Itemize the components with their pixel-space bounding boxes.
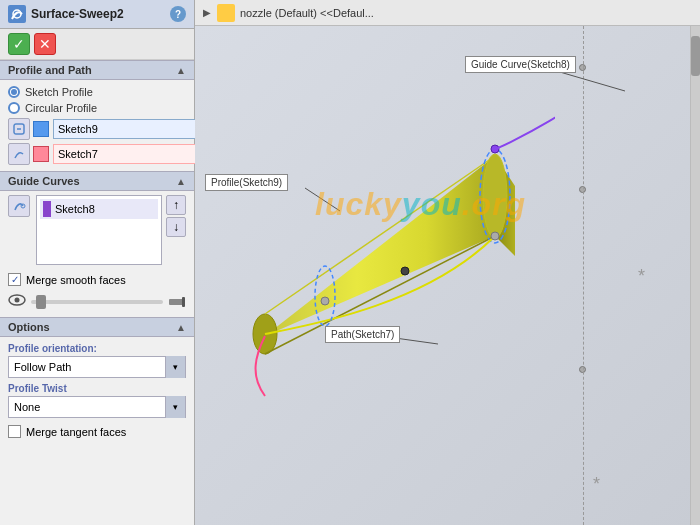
sketch9-row bbox=[33, 119, 201, 139]
slider-right-icon[interactable] bbox=[168, 295, 186, 309]
guide-down-btn[interactable]: ↓ bbox=[166, 217, 186, 237]
profile-callout-text: Profile(Sketch9) bbox=[211, 177, 282, 188]
eye-svg bbox=[8, 293, 26, 307]
ok-cancel-row: ✓ ✕ bbox=[0, 29, 194, 60]
options-section-header[interactable]: Options ▲ bbox=[0, 317, 194, 337]
cone-svg bbox=[245, 56, 555, 406]
ok-button[interactable]: ✓ bbox=[8, 33, 30, 55]
expand-icon[interactable]: ▶ bbox=[203, 7, 211, 18]
profile-btn-icon bbox=[12, 122, 26, 136]
panel-title: Surface-Sweep2 bbox=[31, 7, 124, 21]
follow-path-arrow[interactable]: ▾ bbox=[165, 356, 185, 378]
sketch9-color-icon bbox=[33, 121, 49, 137]
guide-curves-header[interactable]: Guide Curves ▲ bbox=[0, 171, 194, 191]
sketch9-container bbox=[8, 118, 186, 140]
guide-add-icon bbox=[12, 199, 26, 213]
svg-point-4 bbox=[15, 298, 20, 303]
path-callout-text: Path(Sketch7) bbox=[331, 329, 394, 340]
side-icon-col2 bbox=[8, 143, 30, 165]
viewport-3d: luckyyou.org bbox=[195, 26, 700, 525]
svg-marker-7 bbox=[265, 156, 495, 336]
options-label: Options bbox=[8, 321, 50, 333]
follow-path-value: Follow Path bbox=[9, 359, 165, 375]
viewport-topbar: ▶ nozzle (Default) <<Defaul... bbox=[195, 0, 700, 26]
vertical-guide-line bbox=[583, 26, 584, 525]
guide-curves-label: Guide Curves bbox=[8, 175, 80, 187]
guide-sketch8-label: Sketch8 bbox=[55, 203, 95, 215]
profile-path-label: Profile and Path bbox=[8, 64, 92, 76]
guide-add-btn[interactable] bbox=[8, 195, 30, 217]
profile-path-body: Sketch Profile Circular Profile bbox=[0, 80, 194, 171]
sketch7-color-icon bbox=[33, 146, 49, 162]
sketch7-row bbox=[33, 144, 201, 164]
path-callout: Path(Sketch7) bbox=[325, 326, 400, 343]
help-icon[interactable]: ? bbox=[170, 6, 186, 22]
scrollbar-thumb[interactable] bbox=[691, 36, 700, 76]
guide-list: Sketch8 bbox=[36, 195, 162, 265]
circular-profile-radio[interactable] bbox=[8, 102, 20, 114]
profile-path-arrow: ▲ bbox=[176, 65, 186, 76]
panel-icon bbox=[8, 5, 26, 23]
svg-point-12 bbox=[483, 154, 507, 238]
sketch7-container bbox=[8, 143, 186, 165]
none-arrow[interactable]: ▾ bbox=[165, 396, 185, 418]
merge-tangent-row: Merge tangent faces bbox=[8, 423, 186, 440]
merge-tangent-checkbox[interactable] bbox=[8, 425, 21, 438]
slider-thumb[interactable] bbox=[36, 295, 46, 309]
profile-orientation-label: Profile orientation: bbox=[8, 343, 186, 354]
sketch7-input[interactable] bbox=[53, 144, 201, 164]
right-scrollbar[interactable] bbox=[690, 26, 700, 525]
svg-rect-6 bbox=[182, 297, 185, 307]
profile-path-section-header[interactable]: Profile and Path ▲ bbox=[0, 60, 194, 80]
cancel-button[interactable]: ✕ bbox=[34, 33, 56, 55]
svg-point-16 bbox=[321, 297, 329, 305]
follow-path-dropdown[interactable]: Follow Path ▾ bbox=[8, 356, 186, 378]
guide-color-bar bbox=[43, 201, 51, 217]
guide-curve-callout: Guide Curve(Sketch8) bbox=[465, 56, 576, 73]
panel-header-left: Surface-Sweep2 bbox=[8, 5, 124, 23]
guide-curves-arrow: ▲ bbox=[176, 176, 186, 187]
asterisk-1: * bbox=[638, 266, 645, 287]
circular-profile-label: Circular Profile bbox=[25, 102, 97, 114]
breadcrumb-text: nozzle (Default) <<Defaul... bbox=[240, 7, 374, 19]
circular-profile-row[interactable]: Circular Profile bbox=[8, 102, 186, 114]
profile-callout: Profile(Sketch9) bbox=[205, 174, 288, 191]
svg-point-15 bbox=[491, 232, 499, 240]
slider-container bbox=[0, 290, 194, 317]
guide-right-btns: ↑ ↓ bbox=[166, 195, 186, 265]
opacity-slider[interactable] bbox=[31, 300, 163, 304]
guide-section-body: Sketch8 ↑ ↓ bbox=[0, 191, 194, 269]
options-body: Profile orientation: Follow Path ▾ Profi… bbox=[0, 337, 194, 446]
breadcrumb-icon bbox=[217, 4, 235, 22]
side-icon-col bbox=[8, 118, 30, 140]
path-btn-icon bbox=[12, 147, 26, 161]
sketch-profile-row[interactable]: Sketch Profile bbox=[8, 86, 186, 98]
profile-icon-btn[interactable] bbox=[8, 118, 30, 140]
sketch-profile-label: Sketch Profile bbox=[25, 86, 93, 98]
guide-side-icons bbox=[8, 195, 30, 265]
svg-line-19 bbox=[553, 70, 625, 91]
merge-smooth-label: Merge smooth faces bbox=[26, 274, 126, 286]
none-value: None bbox=[9, 399, 165, 415]
sketch-profile-radio[interactable] bbox=[8, 86, 20, 98]
options-arrow: ▲ bbox=[176, 322, 186, 333]
merge-smooth-checkbox[interactable] bbox=[8, 273, 21, 286]
guide-curve-callout-text: Guide Curve(Sketch8) bbox=[471, 59, 570, 70]
path-icon-btn[interactable] bbox=[8, 143, 30, 165]
sketch9-input[interactable] bbox=[53, 119, 201, 139]
slider-right-svg bbox=[168, 295, 186, 309]
panel-header: Surface-Sweep2 ? bbox=[0, 0, 194, 29]
eye-icon[interactable] bbox=[8, 293, 26, 311]
right-panel: ▶ nozzle (Default) <<Defaul... luckyyou.… bbox=[195, 0, 700, 525]
merge-tangent-label: Merge tangent faces bbox=[26, 426, 126, 438]
asterisk-2: * bbox=[593, 474, 600, 495]
merge-smooth-row: Merge smooth faces bbox=[0, 269, 194, 290]
guide-up-btn[interactable]: ↑ bbox=[166, 195, 186, 215]
none-dropdown[interactable]: None ▾ bbox=[8, 396, 186, 418]
profile-twist-label: Profile Twist bbox=[8, 383, 186, 394]
sweep-icon bbox=[9, 6, 25, 22]
left-panel: Surface-Sweep2 ? ✓ ✕ Profile and Path ▲ … bbox=[0, 0, 195, 525]
guide-item-sketch8[interactable]: Sketch8 bbox=[40, 199, 158, 219]
svg-point-17 bbox=[401, 267, 409, 275]
